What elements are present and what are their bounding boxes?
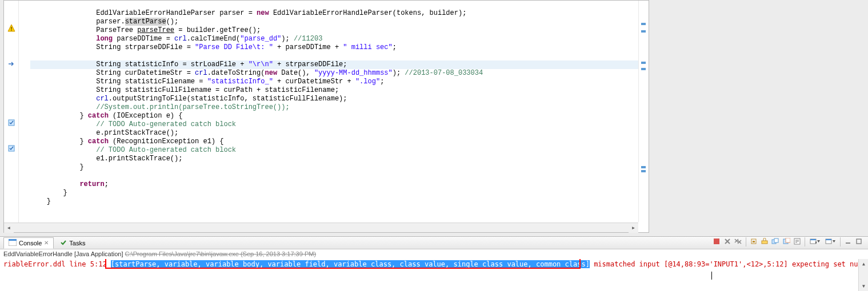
scroll-up-arrow-icon[interactable]: ▲ [859, 259, 868, 269]
code-line[interactable]: } [30, 197, 638, 206]
clear-button[interactable] [771, 237, 780, 246]
remove-all-icon [734, 238, 742, 246]
code-line[interactable]: String statisticInfo = strLoadFile + "\r… [30, 60, 638, 69]
code-line[interactable]: return; [30, 180, 638, 189]
code-editor[interactable]: ! EddlVariableErrorHandleParser parser =… [3, 0, 649, 233]
bottom-tab-bar: Console ✕ Tasks [0, 237, 868, 249]
maximize-button[interactable] [854, 237, 863, 246]
console-icon [9, 239, 17, 247]
code-line[interactable]: //System.out.println(parseTree.toStringT… [30, 103, 638, 112]
code-line[interactable]: parser.startParse(); [30, 18, 638, 26]
toolbar-separator [840, 237, 841, 246]
code-line[interactable]: String statisticFullFilename = curPath +… [30, 86, 638, 95]
code-line[interactable]: long parseDDTime = crl.calcTimeEnd("pars… [30, 35, 638, 43]
scroll-left-arrow-icon[interactable]: ◄ [4, 223, 14, 233]
display-selected-button[interactable] [823, 237, 837, 246]
scroll-lock-button[interactable] [749, 237, 758, 246]
remove-launch-icon [724, 238, 731, 246]
task-icon[interactable] [7, 118, 16, 127]
terminate-button[interactable] [712, 237, 721, 246]
scroll-right-arrow-icon[interactable]: ► [629, 223, 638, 233]
scroll-lock-icon [750, 238, 757, 246]
toggle-word-wrap-button[interactable] [793, 237, 802, 246]
code-line[interactable] [30, 172, 638, 180]
overview-ruler[interactable] [638, 1, 649, 222]
minimize-button[interactable] [843, 237, 853, 246]
code-line[interactable]: } [30, 163, 638, 172]
code-line[interactable]: // TODO Auto-generated catch block [30, 146, 638, 155]
svg-marker-27 [817, 240, 820, 242]
code-line[interactable]: EddlVariableErrorHandleParser parser = n… [30, 9, 638, 18]
ruler-mark[interactable] [641, 166, 646, 168]
dropdown-arrow-icon[interactable] [832, 238, 836, 246]
terminate-icon [713, 238, 720, 246]
toolbar-separator [805, 237, 805, 246]
code-line[interactable]: String curDatetimeStr = crl.dateToString… [30, 69, 638, 78]
pin-icon [782, 238, 790, 246]
open-console-button[interactable] [808, 237, 822, 246]
svg-rect-6 [714, 239, 719, 244]
minimize-icon [845, 238, 851, 246]
console-text-suffix: mismatched input [@14,88:93='INPUT1',<12… [590, 260, 866, 268]
show-when-changed-icon [761, 238, 768, 246]
arrow-icon[interactable] [7, 59, 16, 68]
console-output[interactable]: riableError.ddl line 5:12 [startParse, v… [0, 259, 868, 291]
code-line[interactable]: // TODO Auto-generated catch block [30, 120, 638, 129]
console-toolbar [712, 237, 863, 246]
open-console-icon [810, 238, 817, 246]
console-selection[interactable]: [startParse, variable, variable_body, va… [111, 260, 590, 268]
svg-marker-30 [833, 240, 835, 242]
warning-icon[interactable]: ! [7, 23, 16, 33]
svg-rect-5 [9, 239, 17, 241]
pin-button[interactable] [782, 237, 791, 246]
display-selected-icon [825, 238, 832, 246]
code-line[interactable]: e1.printStackTrace(); [30, 155, 638, 163]
svg-text:!: ! [10, 26, 13, 33]
task-icon[interactable] [7, 144, 16, 153]
ruler-mark[interactable] [641, 23, 646, 25]
close-icon[interactable]: ✕ [44, 240, 49, 246]
editor-gutter[interactable]: ! [4, 1, 19, 232]
ruler-mark[interactable] [641, 62, 646, 64]
maximize-icon [855, 238, 862, 246]
code-line[interactable] [30, 1, 638, 9]
launch-config-label: EddlVariableErrorHandle [Java Applicatio… [0, 249, 868, 259]
console-vertical-scrollbar[interactable]: ▲ ▼ [858, 259, 868, 291]
tab-tasks-label: Tasks [69, 240, 85, 246]
code-line[interactable]: ParseTree parseTree = builder.getTree(); [30, 26, 638, 35]
code-line[interactable]: crl.outputStringToFile(statisticInfo, st… [30, 95, 638, 103]
svg-rect-32 [857, 239, 861, 244]
code-line[interactable]: String strparseDDFile = "Parse DD File\t… [30, 43, 638, 52]
launch-name: EddlVariableErrorHandle [Java Applicatio… [3, 250, 125, 257]
right-panel [651, 0, 868, 233]
code-line[interactable]: } [30, 189, 638, 197]
clear-icon [771, 238, 779, 246]
code-line[interactable]: String statisticFilename = "statisticInf… [30, 78, 638, 86]
remove-launch-button[interactable] [723, 237, 732, 246]
launch-detail: C:\Program Files\Java\jre7\bin\javaw.exe… [125, 250, 316, 257]
code-area[interactable]: EddlVariableErrorHandleParser parser = n… [30, 1, 638, 222]
code-line[interactable]: } catch (RecognitionException e1) { [30, 138, 638, 146]
toggle-word-wrap-icon [794, 238, 801, 246]
ruler-mark[interactable] [641, 30, 646, 33]
show-when-changed-button[interactable] [760, 237, 769, 246]
console-text-prefix: riableError.ddl line 5:12 [3, 260, 111, 268]
ruler-mark[interactable] [641, 170, 646, 172]
horizontal-scrollbar[interactable]: ◄ ► [4, 223, 638, 232]
tasks-icon [60, 239, 67, 247]
dropdown-arrow-icon[interactable] [817, 238, 821, 246]
ruler-mark[interactable] [641, 68, 646, 70]
toolbar-separator [746, 237, 746, 246]
scroll-down-arrow-icon[interactable]: ▼ [859, 281, 868, 291]
code-line[interactable]: e.printStackTrace(); [30, 129, 638, 138]
tab-console[interactable]: Console ✕ [3, 237, 54, 249]
svg-rect-25 [810, 239, 816, 240]
tab-tasks[interactable]: Tasks [55, 237, 90, 249]
code-line[interactable]: } catch (IOException e) { [30, 112, 638, 120]
svg-rect-17 [774, 239, 778, 242]
svg-rect-14 [753, 241, 755, 242]
text-cursor-icon [711, 272, 715, 280]
remove-all-button[interactable] [734, 237, 743, 246]
code-line[interactable] [30, 52, 638, 60]
svg-rect-29 [826, 239, 831, 240]
